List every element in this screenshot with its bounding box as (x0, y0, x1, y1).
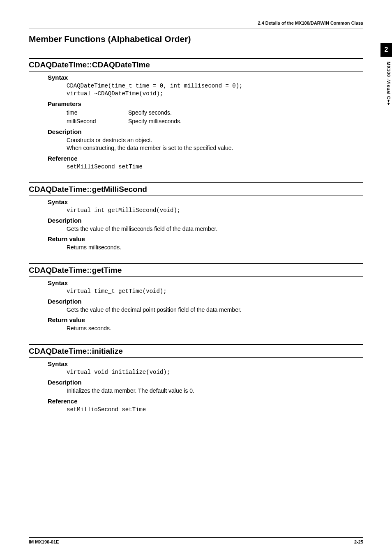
syntax-code: virtual void initialize(void); (67, 368, 363, 376)
syntax-heading: Syntax (48, 360, 363, 367)
description-text: Gets the value of the milliseconds field… (67, 225, 363, 233)
syntax-heading: Syntax (48, 279, 363, 286)
syntax-heading: Syntax (48, 74, 363, 81)
syntax-code: virtual int getMilliSecond(void); (67, 207, 363, 214)
running-head: 2.4 Details of the MX100/DARWIN Common C… (29, 21, 363, 25)
section-rule (29, 344, 363, 345)
section-getmillisecond: CDAQDateTime::getMilliSecond Syntax virt… (29, 182, 363, 252)
section-title: CDAQDateTime::initialize (29, 346, 363, 358)
section-title: CDAQDateTime::CDAQDateTime (29, 60, 363, 71)
description-heading: Description (48, 217, 363, 224)
return-value-text: Returns milliseconds. (67, 244, 363, 252)
description-heading: Description (48, 298, 363, 305)
section-initialize: CDAQDateTime::initialize Syntax virtual … (29, 344, 363, 413)
param-name: time (67, 108, 128, 117)
section-title: CDAQDateTime::getTime (29, 265, 363, 277)
return-value-heading: Return value (48, 235, 363, 242)
syntax-code: virtual time_t getTime(void); (67, 288, 363, 295)
return-value-heading: Return value (48, 316, 363, 323)
description-heading: Description (48, 128, 363, 135)
top-rule (29, 28, 363, 28)
description-text: Constructs or destructs an object. (67, 136, 363, 145)
reference-code: setMillioSecond setTime (67, 406, 363, 414)
return-value-text: Returns seconds. (67, 325, 363, 333)
section-rule (29, 182, 363, 183)
description-heading: Description (48, 379, 363, 386)
reference-code: setMilliSecond setTime (67, 163, 363, 171)
section-gettime: CDAQDateTime::getTime Syntax virtual tim… (29, 263, 363, 333)
section-rule (29, 263, 363, 264)
section-rule (29, 58, 363, 59)
section-cdaqdatetime-ctor: CDAQDateTime::CDAQDateTime Syntax CDAQDa… (29, 58, 363, 171)
param-name: milliSecond (67, 117, 128, 126)
param-row: time Specify seconds. (67, 108, 363, 117)
section-title: CDAQDateTime::getMilliSecond (29, 184, 363, 196)
page-content: 2.4 Details of the MX100/DARWIN Common C… (0, 0, 392, 413)
parameters-heading: Parameters (48, 100, 363, 107)
param-desc: Specify milliseconds. (128, 117, 363, 126)
description-text: Gets the value of the decimal point posi… (67, 306, 363, 314)
param-row: milliSecond Specify milliseconds. (67, 117, 363, 126)
footer-right: 2-25 (354, 539, 363, 544)
syntax-heading: Syntax (48, 198, 363, 205)
footer-left: IM MX190-01E (29, 539, 59, 544)
description-text: Initializes the data member. The default… (67, 387, 363, 395)
description-text: When constructing, the data member is se… (67, 144, 363, 152)
syntax-code: CDAQDateTime(time_t time = 0, int millis… (67, 82, 363, 98)
page-footer: IM MX190-01E 2-25 (29, 537, 363, 544)
reference-heading: Reference (48, 398, 363, 405)
page-title: Member Functions (Alphabetical Order) (29, 34, 363, 44)
param-desc: Specify seconds. (128, 108, 363, 117)
reference-heading: Reference (48, 155, 363, 162)
